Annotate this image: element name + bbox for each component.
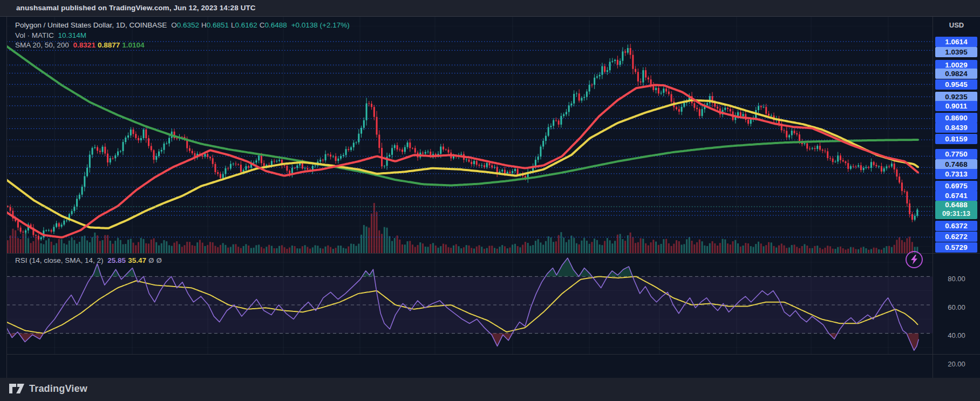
rsi-value: Ø: [156, 256, 162, 264]
tradingview-logo[interactable]: TradingView: [9, 382, 87, 395]
price-alert-label[interactable]: 0.6372: [935, 221, 977, 231]
price-alert-label[interactable]: 0.8690: [935, 113, 977, 123]
pane-separator[interactable]: [6, 253, 980, 254]
time-axis-separator: [6, 354, 980, 355]
sma-value: 1.0104: [122, 41, 144, 49]
ohlc-value: L0.6162: [231, 21, 257, 29]
rsi-value: Ø: [148, 256, 154, 264]
price-alert-label[interactable]: 0.7750: [935, 149, 977, 159]
lightning-icon: [910, 255, 918, 264]
rsi-value: 25.85: [107, 256, 126, 264]
price-alert-label[interactable]: 0.5729: [935, 242, 977, 253]
ohlc-value: O0.6352: [171, 21, 199, 29]
volume-label: Vol · MATIC: [15, 31, 54, 39]
price-alert-label[interactable]: 1.0395: [935, 47, 977, 57]
current-price-label[interactable]: 0.648809:31:13: [935, 201, 977, 219]
price-alert-label[interactable]: 0.7313: [935, 169, 977, 179]
price-alert-label[interactable]: 0.8159: [935, 134, 977, 144]
publish-header-bar: anushsamal published on TradingView.com,…: [0, 0, 980, 16]
rsi-legend[interactable]: RSI (14, close, SMA, 14, 2) 25.8535.47ØØ: [15, 256, 162, 264]
rsi-scale-label[interactable]: 20.00: [933, 360, 980, 368]
sma-label: SMA 20, 50, 200: [15, 41, 69, 49]
tradingview-mark-icon: [9, 382, 25, 395]
chart-frame-border: [6, 17, 7, 378]
rsi-scale-label[interactable]: 60.00: [933, 303, 980, 311]
price-pane[interactable]: [6, 17, 933, 253]
sma-values: 0.83210.88771.0104: [71, 41, 145, 49]
change-value: +0.0138 (+2.17%): [291, 21, 350, 29]
sma-value: 0.8321: [73, 41, 96, 49]
rsi-values: 25.8535.47ØØ: [105, 256, 162, 264]
chart-widget[interactable]: Polygon / United States Dollar, 1D, COIN…: [0, 16, 980, 378]
rsi-value: 35.47: [128, 256, 146, 264]
ohlc-values: O0.6352H0.6851L0.6162C0.6488: [169, 21, 287, 29]
tradingview-snapshot: anushsamal published on TradingView.com,…: [0, 0, 980, 401]
footer-bar: TradingView: [0, 378, 980, 401]
volume-value: 10.314M: [58, 31, 87, 39]
price-alert-label[interactable]: 0.9545: [935, 79, 977, 90]
rsi-label: RSI (14, close, SMA, 14, 2): [15, 256, 104, 264]
price-alert-label[interactable]: 0.9824: [935, 69, 977, 79]
price-alert-label[interactable]: 0.6741: [935, 191, 977, 201]
price-alert-label[interactable]: 1.0614: [935, 37, 977, 47]
ohlc-value: H0.6851: [201, 21, 229, 29]
sma-value: 0.8877: [98, 41, 120, 49]
price-alert-label[interactable]: 0.9011: [935, 101, 977, 111]
rsi-pane[interactable]: [6, 254, 933, 354]
rsi-scale-label[interactable]: 80.00: [933, 275, 980, 283]
price-scale-currency[interactable]: USD: [933, 21, 980, 29]
tradingview-brand-text: TradingView: [29, 383, 87, 395]
ohlc-value: C0.6488: [260, 21, 287, 29]
symbol-legend[interactable]: Polygon / United States Dollar, 1D, COIN…: [15, 21, 350, 29]
publish-attribution: anushsamal published on TradingView.com,…: [16, 4, 256, 12]
symbol-title[interactable]: Polygon / United States Dollar, 1D, COIN…: [15, 21, 167, 29]
price-alert-label[interactable]: 0.8439: [935, 123, 977, 133]
rsi-scale-label[interactable]: 40.00: [933, 331, 980, 339]
price-alert-label[interactable]: 0.6975: [935, 181, 977, 191]
sma-legend[interactable]: SMA 20, 50, 200 0.83210.88771.0104: [15, 41, 144, 49]
price-alert-label[interactable]: 0.7468: [935, 159, 977, 169]
price-alert-label[interactable]: 0.6272: [935, 232, 977, 242]
volume-legend[interactable]: Vol · MATIC 10.314M: [15, 31, 86, 39]
flash-icon-button[interactable]: [906, 251, 923, 268]
